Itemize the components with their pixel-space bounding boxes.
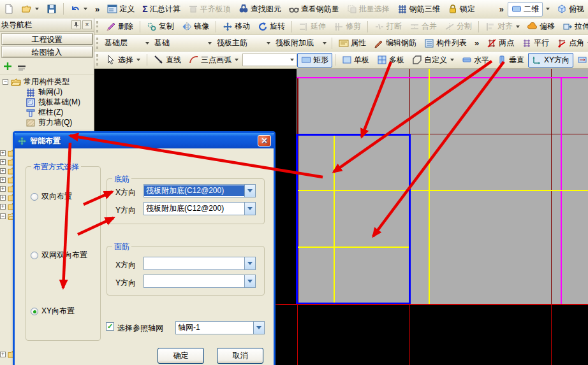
- pin-icon[interactable]: [71, 20, 81, 29]
- top-x-combo[interactable]: [143, 257, 256, 270]
- collapse-all-icon[interactable]: [17, 61, 27, 71]
- project-settings-button[interactable]: 工程设置: [2, 34, 92, 45]
- open-file-button[interactable]: [18, 2, 43, 16]
- two-points-axis-button[interactable]: 两点: [483, 36, 518, 50]
- expand-box-icon[interactable]: +: [0, 352, 6, 357]
- top-y-label: Y方向: [115, 278, 136, 289]
- horizontal-label: 水平: [474, 55, 489, 66]
- combo-dropdown-icon[interactable]: [253, 322, 264, 334]
- single-slab-button[interactable]: 单板: [338, 53, 373, 68]
- dialog-titlebar[interactable]: 智能布置 ✕: [15, 133, 274, 148]
- tree-item-frame-column[interactable]: 框柱(Z): [3, 108, 94, 117]
- expand-box-icon[interactable]: +: [0, 186, 6, 192]
- align-caret-icon: [516, 25, 520, 28]
- parallel-axis-button[interactable]: 平行: [518, 36, 553, 50]
- select-button[interactable]: 选择: [102, 53, 144, 68]
- copy-button[interactable]: 复制: [143, 19, 178, 34]
- sum-calc-button[interactable]: Σ汇总计算: [138, 2, 184, 17]
- define-button[interactable]: 定义: [103, 2, 138, 17]
- lock-button[interactable]: 锁定: [444, 2, 479, 17]
- properties-button[interactable]: 属性: [335, 36, 370, 50]
- trim-icon: [334, 22, 344, 32]
- vertical-button[interactable]: 垂直: [493, 53, 528, 68]
- edit-rebar-button[interactable]: 编辑钢筋: [370, 36, 420, 50]
- tree-item-label: 筏板基础(M): [38, 97, 80, 108]
- rebar-type-combo[interactable]: 筏板主筋: [214, 36, 273, 50]
- multi-slab-button[interactable]: 多板: [373, 53, 408, 68]
- collapse-box-icon[interactable]: −: [3, 79, 8, 85]
- panel-close-icon[interactable]: ×: [82, 20, 92, 29]
- combo-dropdown-icon[interactable]: [244, 203, 255, 215]
- view-2d-button[interactable]: 二维: [508, 2, 543, 17]
- rotate-button[interactable]: 旋转: [254, 19, 289, 34]
- stretch-button[interactable]: 拉伸: [559, 19, 588, 34]
- component-combo[interactable]: 筏板附加底: [273, 36, 329, 50]
- horizontal-button[interactable]: 水平: [458, 53, 493, 68]
- expand-box-icon[interactable]: +: [0, 204, 6, 210]
- expand-box-icon[interactable]: +: [0, 159, 6, 165]
- reference-axis-combo[interactable]: 轴网-1: [175, 321, 265, 334]
- new-file-button[interactable]: [0, 2, 18, 16]
- radio-bidirectional[interactable]: 双向布置: [31, 191, 72, 202]
- mirror-button[interactable]: 镜像: [178, 19, 213, 34]
- stretch-icon: [562, 22, 573, 32]
- toolbar-gripper[interactable]: [96, 54, 99, 66]
- cancel-button[interactable]: 取消: [217, 348, 263, 364]
- align-slab-top-label: 平齐板顶: [200, 4, 231, 15]
- properties-label: 属性: [351, 38, 366, 48]
- lock-label: 锁定: [460, 4, 475, 15]
- axis-grid-icon: [26, 87, 36, 97]
- ok-button[interactable]: 确定: [158, 348, 204, 364]
- radio-double-mesh-bidirectional[interactable]: 双网双向布置: [31, 250, 87, 261]
- radio-xy-direction[interactable]: XY向布置: [31, 306, 75, 317]
- custom-slab-button[interactable]: 自定义: [408, 53, 458, 68]
- combo-dropdown-icon[interactable]: [244, 275, 255, 287]
- category-combo[interactable]: 基础: [152, 36, 214, 50]
- expand-box-icon[interactable]: +: [0, 150, 6, 156]
- dialog-close-icon[interactable]: ✕: [258, 135, 271, 147]
- save-button[interactable]: [43, 2, 61, 16]
- find-element-button[interactable]: 查找图元: [235, 2, 285, 17]
- toolbar-overflow-button[interactable]: »: [91, 4, 103, 14]
- toolbar-overflow-button-3[interactable]: »: [471, 38, 483, 48]
- expand-box-icon[interactable]: +: [0, 195, 6, 201]
- view-2d-caret-icon[interactable]: [546, 8, 550, 10]
- drawing-input-button[interactable]: 绘图输入: [2, 47, 92, 57]
- bottom-y-combo[interactable]: 筏板附加底(C12@200): [143, 202, 256, 215]
- offset-button[interactable]: 偏移: [524, 19, 559, 34]
- top-view-button[interactable]: 俯视: [553, 2, 588, 17]
- toolbar-overflow-button-2[interactable]: »: [496, 4, 508, 14]
- toolbar-gripper[interactable]: [96, 21, 99, 32]
- combo-dropdown-icon[interactable]: [244, 257, 255, 269]
- xy-direction-button[interactable]: XY方向: [528, 53, 573, 68]
- toolbar-gripper[interactable]: [96, 38, 99, 49]
- move-button[interactable]: 移动: [219, 19, 254, 34]
- bottom-x-combo[interactable]: 筏板附加底(C12@200): [143, 184, 256, 197]
- point-angle-axis-button[interactable]: 点角: [553, 36, 588, 50]
- tree-root-row[interactable]: − 常用构件类型: [3, 77, 94, 87]
- component-list-button[interactable]: 构件列表: [420, 36, 471, 50]
- tree-item-shear-wall[interactable]: 剪力墙(Q): [3, 118, 94, 127]
- tree-item-raft-foundation[interactable]: 筏板基础(M): [3, 97, 94, 107]
- collapse-box-icon[interactable]: −: [0, 213, 6, 219]
- tree-item-axis-grid[interactable]: 轴网(J): [3, 87, 94, 97]
- selection-rect-blue[interactable]: [296, 134, 411, 304]
- arc-3pt-button[interactable]: 三点画弧: [185, 53, 242, 68]
- custom-caret-icon: [450, 59, 454, 61]
- layer-combo[interactable]: 基础层: [102, 36, 152, 50]
- expand-all-icon[interactable]: [3, 61, 13, 71]
- rebar-3d-button[interactable]: 钢筋三维: [393, 2, 444, 17]
- view-rebar-qty-button[interactable]: 查看钢筋量: [285, 2, 343, 17]
- empty-combo[interactable]: [242, 54, 297, 66]
- reference-axis-checkbox[interactable]: ✓: [106, 322, 114, 331]
- parallel-edge-button[interactable]: 平行边布置受力筋: [573, 53, 588, 68]
- top-y-combo[interactable]: [143, 275, 256, 288]
- rect-draw-button[interactable]: 矩形: [297, 53, 332, 68]
- expand-box-icon[interactable]: +: [0, 177, 6, 183]
- combo-dropdown-icon[interactable]: [244, 185, 255, 197]
- delete-button[interactable]: 删除: [102, 19, 137, 34]
- line-button[interactable]: 直线: [150, 53, 185, 68]
- expand-box-icon[interactable]: +: [0, 168, 6, 174]
- batch-select-icon: [347, 4, 357, 14]
- undo-button[interactable]: [66, 2, 91, 16]
